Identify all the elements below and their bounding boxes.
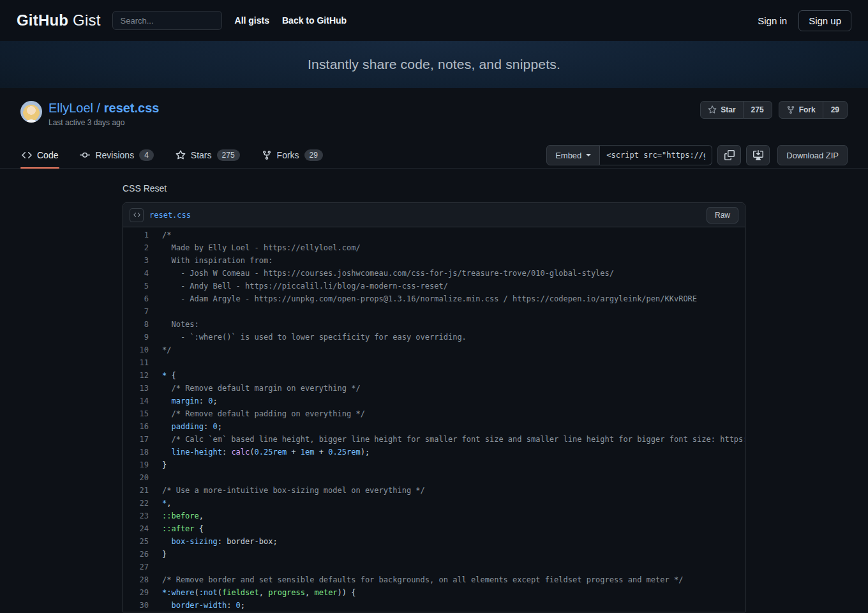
line-number[interactable]: 11 [123,356,149,369]
embed-dropdown-button[interactable]: Embed [546,145,600,165]
sign-in-link[interactable]: Sign in [758,15,787,26]
line-number[interactable]: 26 [123,548,149,561]
line-content: box-sizing: border-box; [149,535,278,548]
line-number[interactable]: 8 [123,318,149,331]
star-button-group: Star 275 [700,101,772,119]
code-line: 25 box-sizing: border-box; [123,535,745,548]
main-content: CSS Reset reset.css Raw 1/*2 Made by Ell… [123,183,745,612]
line-number[interactable]: 18 [123,446,149,458]
line-content: /* Calc `em` based line height, bigger l… [149,433,745,446]
tabs: Code Revisions 4 Stars 275 Forks 29 [20,142,324,168]
code-icon [22,150,32,160]
line-number[interactable]: 3 [123,254,149,267]
code-line: 1/* [123,229,745,241]
code-line: 4 - Josh W Comeau - https://courses.josh… [123,267,745,280]
line-number[interactable]: 4 [123,267,149,280]
hero-banner: Instantly share code, notes, and snippet… [0,41,868,88]
file-name-link[interactable]: reset.css [149,211,191,220]
fork-button[interactable]: Fork [779,101,823,119]
line-number[interactable]: 5 [123,280,149,292]
nav-link-back-to-github[interactable]: Back to GitHub [282,15,347,26]
code-line: 28/* Remove border and set sensible defa… [123,573,745,586]
code-line: 22*, [123,497,745,510]
line-number[interactable]: 27 [123,561,149,573]
tab-stars[interactable]: Stars 275 [174,142,241,168]
tab-actions: Embed Download ZIP [546,142,848,168]
search-input[interactable] [112,11,222,30]
code-line: 11 [123,356,745,369]
line-number[interactable]: 12 [123,369,149,382]
logo-gist-text: Gist [73,11,100,29]
github-gist-logo[interactable]: GitHub Gist [17,11,101,29]
download-zip-button[interactable]: Download ZIP [777,145,848,165]
code-line: 7 [123,305,745,318]
line-number[interactable]: 21 [123,484,149,497]
commit-icon [80,150,90,160]
line-number[interactable]: 14 [123,395,149,407]
forks-count-badge: 29 [304,149,323,161]
line-number[interactable]: 16 [123,420,149,433]
line-content: /* Use a more-intuitive box-sizing model… [149,484,425,497]
code-line: 3 With inspiration from: [123,254,745,267]
code-lines: 1/*2 Made by Elly Loel - https://ellyloe… [123,227,745,612]
line-number[interactable]: 22 [123,497,149,510]
open-in-desktop-button[interactable] [746,145,770,165]
gist-title-block: EllyLoel / reset.css Last active 3 days … [49,100,159,127]
line-content: Notes: [149,318,199,331]
raw-button[interactable]: Raw [707,207,738,223]
line-number[interactable]: 9 [123,331,149,344]
line-number[interactable]: 13 [123,382,149,395]
sign-up-button[interactable]: Sign up [798,10,851,31]
code-line: 8 Notes: [123,318,745,331]
code-line: 30 border-width: 0; [123,599,745,612]
line-content: - `:where()` is used to lower specificit… [149,331,467,344]
file-box: reset.css Raw 1/*2 Made by Elly Loel - h… [123,202,745,612]
embed-url-input[interactable] [600,145,712,165]
line-number[interactable]: 24 [123,522,149,535]
line-number[interactable]: 1 [123,229,149,241]
gist-file-link[interactable]: reset.css [104,101,160,115]
line-content: With inspiration from: [149,254,273,267]
line-number[interactable]: 23 [123,510,149,522]
code-line: 21/* Use a more-intuitive box-sizing mod… [123,484,745,497]
line-number[interactable]: 6 [123,292,149,305]
line-content: *, [149,497,171,510]
line-number[interactable]: 15 [123,407,149,420]
line-content [149,356,162,369]
nav-links: All gists Back to GitHub [235,15,347,26]
line-number[interactable]: 28 [123,573,149,586]
line-number[interactable]: 7 [123,305,149,318]
copy-embed-button[interactable] [717,145,741,165]
tab-bar: Code Revisions 4 Stars 275 Forks 29 Embe… [0,142,868,169]
line-number[interactable]: 20 [123,471,149,484]
line-number[interactable]: 2 [123,241,149,254]
code-line: 20 [123,471,745,484]
line-content: - Josh W Comeau - https://courses.joshwc… [149,267,614,280]
code-line: 5 - Andy Bell - https://piccalil.li/blog… [123,280,745,292]
star-button[interactable]: Star [700,101,743,119]
line-number[interactable]: 30 [123,599,149,612]
nav-link-all-gists[interactable]: All gists [235,15,269,26]
tab-code[interactable]: Code [20,142,59,168]
tab-forks[interactable]: Forks 29 [260,142,324,168]
line-content: /* [149,229,171,241]
tab-revisions[interactable]: Revisions 4 [79,142,154,168]
code-line: 23::before, [123,510,745,522]
code-line: 19} [123,458,745,471]
revisions-count-badge: 4 [139,149,154,161]
star-icon [176,150,186,160]
line-number[interactable]: 29 [123,586,149,599]
line-content [149,471,162,484]
fork-count[interactable]: 29 [823,101,848,119]
line-number[interactable]: 19 [123,458,149,471]
logo-github-text: GitHub [17,11,68,29]
owner-link[interactable]: EllyLoel [49,101,93,115]
line-number[interactable]: 25 [123,535,149,548]
star-count[interactable]: 275 [743,101,772,119]
tab-stars-label: Stars [191,150,212,160]
line-number[interactable]: 10 [123,344,149,356]
line-content: *:where(:not(fieldset, progress, meter))… [149,586,356,599]
avatar[interactable] [20,101,42,123]
top-navbar: GitHub Gist All gists Back to GitHub Sig… [0,0,868,41]
line-number[interactable]: 17 [123,433,149,446]
